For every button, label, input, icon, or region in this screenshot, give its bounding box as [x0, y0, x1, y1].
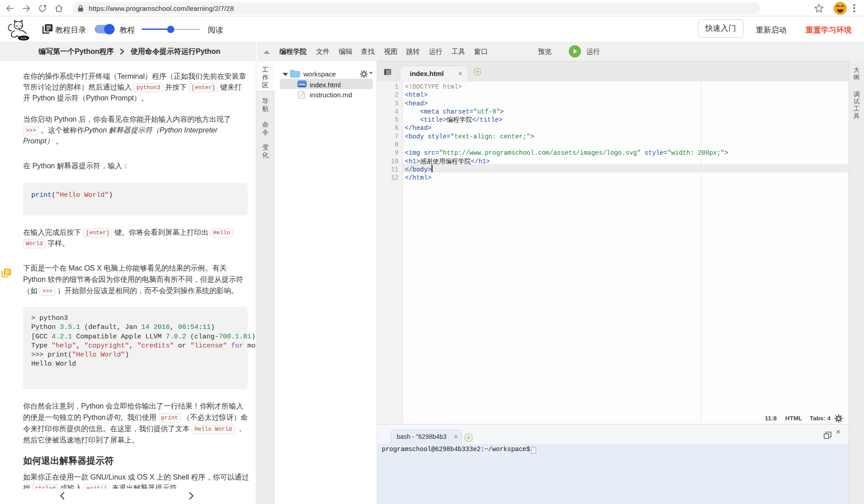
svg-text:HTML: HTML [298, 83, 306, 86]
svg-text:</>: </> [21, 37, 27, 40]
